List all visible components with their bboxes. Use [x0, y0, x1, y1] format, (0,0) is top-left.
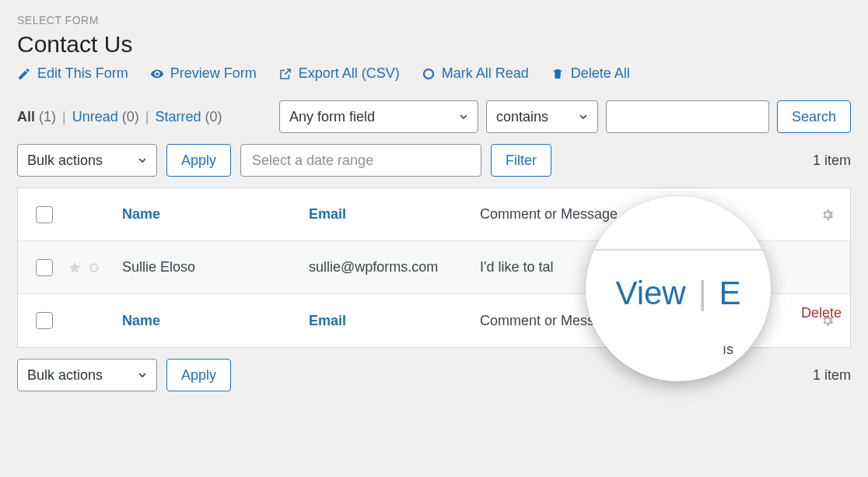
apply-button-bottom[interactable]: Apply — [166, 359, 231, 391]
filter-row-second: Bulk actions Apply Select a date range F… — [17, 144, 851, 177]
svg-point-0 — [424, 69, 433, 79]
star-icon[interactable] — [68, 261, 82, 275]
circle-icon — [422, 67, 436, 81]
chevron-down-icon — [136, 154, 149, 167]
filter-all[interactable]: All (1) — [17, 109, 56, 125]
column-header-name[interactable]: Name — [122, 206, 301, 223]
select-form-overline: SELECT FORM — [17, 14, 851, 26]
search-button[interactable]: Search — [777, 100, 851, 133]
delete-all-link[interactable]: Delete All — [551, 65, 630, 82]
select-all-checkbox-bottom[interactable] — [36, 312, 53, 329]
delete-entry-link[interactable]: Delete — [801, 305, 842, 321]
edit-form-link[interactable]: Edit This Form — [17, 65, 128, 82]
view-entry-link[interactable]: View — [615, 275, 685, 312]
column-footer-email[interactable]: Email — [309, 313, 472, 329]
export-icon — [278, 67, 292, 81]
field-select[interactable]: Any form field — [279, 100, 478, 133]
entry-email: sullie@wpforms.com — [309, 259, 472, 275]
action-bar: Edit This Form Preview Form Export All (… — [17, 65, 851, 82]
read-indicator-icon[interactable] — [88, 261, 100, 274]
page-title[interactable]: Contact Us — [17, 31, 851, 58]
status-filter-tabs: All (1) | Unread (0) | Starred (0) — [17, 109, 222, 125]
magnifier-tail-text: ıs — [723, 342, 733, 358]
export-all-link[interactable]: Export All (CSV) — [278, 65, 400, 82]
apply-button-top[interactable]: Apply — [166, 144, 231, 177]
filter-row-top: All (1) | Unread (0) | Starred (0) Any f… — [17, 100, 851, 133]
item-count-bottom: 1 item — [813, 367, 851, 384]
bulk-actions-select-top[interactable]: Bulk actions — [17, 144, 157, 177]
row-actions: Delete — [801, 305, 842, 321]
export-all-label: Export All (CSV) — [299, 65, 400, 82]
mark-all-read-link[interactable]: Mark All Read — [422, 65, 529, 82]
svg-point-1 — [90, 264, 97, 271]
condition-select[interactable]: contains — [486, 100, 598, 133]
magnifier-callout: View | E ıs — [586, 196, 771, 381]
chevron-down-icon — [577, 110, 590, 123]
search-input[interactable] — [606, 100, 769, 133]
preview-form-label: Preview Form — [170, 65, 257, 82]
row-checkbox[interactable] — [36, 259, 53, 276]
date-range-input[interactable]: Select a date range — [240, 144, 481, 177]
entry-name: Sullie Eloso — [122, 259, 301, 275]
filter-starred[interactable]: Starred (0) — [155, 109, 222, 125]
select-all-checkbox-top[interactable] — [36, 206, 53, 223]
eye-icon — [150, 67, 164, 81]
gear-icon[interactable] — [816, 208, 839, 222]
column-header-email[interactable]: Email — [309, 206, 472, 223]
bulk-actions-select-bottom[interactable]: Bulk actions — [17, 359, 157, 391]
column-footer-name[interactable]: Name — [122, 313, 301, 329]
filter-unread[interactable]: Unread (0) — [72, 109, 139, 125]
preview-form-link[interactable]: Preview Form — [150, 65, 257, 82]
mark-all-read-label: Mark All Read — [442, 65, 529, 82]
item-count-top: 1 item — [813, 153, 851, 169]
edit-entry-link-partial[interactable]: E — [719, 275, 741, 312]
trash-icon — [551, 67, 565, 81]
delete-all-label: Delete All — [571, 65, 630, 82]
filter-button[interactable]: Filter — [491, 144, 551, 177]
edit-form-label: Edit This Form — [37, 65, 128, 82]
chevron-down-icon — [136, 369, 149, 381]
chevron-down-icon — [457, 110, 470, 123]
pencil-icon — [17, 67, 31, 81]
